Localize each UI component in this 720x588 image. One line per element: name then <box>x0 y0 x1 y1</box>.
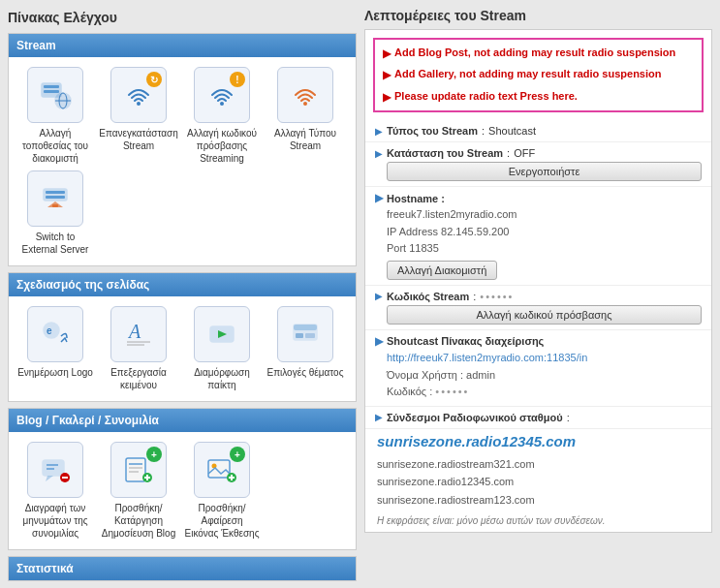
delete-messages-item[interactable]: Διαγραφή των μηνυμάτων της συνομιλίας <box>16 442 94 540</box>
stream-code-label: Κωδικός Stream <box>387 291 469 302</box>
stream-type-sep: : <box>482 125 485 137</box>
theme-options-item[interactable]: Επιλογές θέματος <box>266 306 344 391</box>
stats-section: Στατιστικά <box>8 556 357 581</box>
stream-status-sep: : <box>507 147 510 159</box>
username-label: Όνομα Χρήστη <box>387 369 457 381</box>
password-badge: ! <box>230 72 245 87</box>
svg-rect-31 <box>126 458 145 481</box>
stream-status-label: Κατάσταση του Stream <box>387 147 503 159</box>
hostname-details: freeuk7.listen2myradio.com IP Address 82… <box>375 206 702 258</box>
svg-point-8 <box>303 102 307 106</box>
shoutcast-url[interactable]: http://freeuk7.listen2myradio.com:11835/… <box>387 350 702 367</box>
blog-section-content: Διαγραφή των μηνυμάτων της συνομιλίας + <box>9 432 356 549</box>
theme-options-icon <box>288 317 323 352</box>
logo-update-icon: e <box>38 317 73 352</box>
change-host-button[interactable]: Αλλαγή Διακομιστή <box>387 261 497 280</box>
alert-item-1[interactable]: ▶ Add Blog Post, not adding may result r… <box>383 46 694 61</box>
edit-text-item[interactable]: A Επεξεργασία κειμένου <box>100 306 177 391</box>
stream-code-value: •••••• <box>480 291 514 302</box>
blog-badge: + <box>146 447 162 462</box>
design-section-content: e Ενημέρωση Logo A <box>9 296 356 401</box>
hostname-label: Hostname : <box>387 193 445 204</box>
change-type-item[interactable]: Αλλαγή Τύπου Stream <box>266 67 344 165</box>
right-panel-title: Λεπτομέρειες του Stream <box>364 8 712 23</box>
password-value: •••••• <box>435 386 469 397</box>
chat-delete-icon <box>38 452 73 487</box>
main-radio-url[interactable]: sunrisezone.radio12345.com <box>365 429 711 453</box>
stream-status-arrow: ▶ <box>375 148 383 159</box>
svg-marker-26 <box>46 476 53 481</box>
svg-text:e: e <box>47 325 52 336</box>
shoutcast-username-row: Όνομα Χρήστη : admin <box>387 367 702 385</box>
alert-arrow-2: ▶ <box>383 68 391 82</box>
username-value: admin <box>466 369 495 381</box>
stream-type-label-row: ▶ Τύπος του Stream : Shoutcast <box>375 125 702 137</box>
svg-rect-11 <box>46 196 65 199</box>
svg-point-6 <box>137 102 141 106</box>
player-config-icon-box <box>194 306 250 362</box>
alert-box: ▶ Add Blog Post, not adding may result r… <box>373 38 704 112</box>
activate-button[interactable]: Ενεργοποιήστε <box>387 162 702 181</box>
stats-section-header: Στατιστικά <box>9 557 356 580</box>
stream-code-arrow: ▶ <box>375 291 383 301</box>
port-value: 11835 <box>409 242 439 254</box>
reinstall-stream-icon-box: ↻ <box>110 67 167 123</box>
stream-code-label-row: ▶ Κωδικός Stream : •••••• <box>375 291 702 302</box>
hostname-block: ▶ Hostname : freeuk7.listen2myradio.com … <box>365 187 711 286</box>
reinstall-stream-item[interactable]: ↻ Επανεγκατάσταση Stream <box>100 67 177 165</box>
svg-rect-1 <box>44 85 59 88</box>
svg-rect-22 <box>294 325 317 330</box>
edit-text-icon-box: A <box>110 306 167 362</box>
player-config-item[interactable]: Διαμόρφωση παίκτη <box>183 306 261 391</box>
blog-manage-item[interactable]: + Προσθήκη/ Κατάργηση Δημοσίευση Blog <box>100 442 177 540</box>
alert-arrow-3: ▶ <box>383 90 391 105</box>
ip-row: IP Address 82.145.59.200 <box>387 224 702 241</box>
shoutcast-password-row: Κωδικός : •••••• <box>387 384 702 401</box>
change-code-button[interactable]: Αλλαγή κωδικού πρόσβασης <box>387 305 702 325</box>
change-password-item[interactable]: ! Αλλαγή κωδικού πρόσβασης Streaming <box>183 67 261 165</box>
gallery-manage-label: Προσθήκη/ Αφαίρεση Εικόνας Έκθεσης <box>183 502 261 540</box>
extra-url-2: sunrisezone.radio12345.com <box>377 473 700 491</box>
server-home-icon <box>38 181 73 216</box>
edit-text-label: Επεξεργασία κειμένου <box>100 366 177 391</box>
change-location-item[interactable]: Αλλαγή τοποθεσίας του διακομιστή <box>16 67 94 165</box>
delete-messages-label: Διαγραφή των μηνυμάτων της συνομιλίας <box>16 502 94 540</box>
alert-item-3[interactable]: ▶ Please update radio text Press here. <box>383 89 694 105</box>
stream-code-row: ▶ Κωδικός Stream : •••••• Αλλαγή κωδικού… <box>365 286 711 330</box>
alert-text-1: Add Blog Post, not adding may result rad… <box>394 46 675 60</box>
update-logo-label: Ενημέρωση Logo <box>17 366 93 379</box>
extra-url-1: sunrisezone.radiostream321.com <box>377 455 700 474</box>
alert-arrow-1: ▶ <box>383 46 391 61</box>
change-type-label: Αλλαγή Τύπου Stream <box>266 127 344 152</box>
shoutcast-arrow: ▶ <box>375 335 383 348</box>
gallery-manage-item[interactable]: + Προσθήκη/ Αφαίρεση Εικόνας Έκθεσης <box>183 442 261 540</box>
update-logo-item[interactable]: e Ενημέρωση Logo <box>16 306 94 391</box>
change-location-label: Αλλαγή τοποθεσίας του διακομιστή <box>16 127 94 165</box>
stream-section-content: Αλλαγή τοποθεσίας του διακομιστή ↻ <box>9 57 356 265</box>
connections-row: ▶ Σύνδεσμοι Ραδιοφωνικού σταθμού : <box>365 407 711 429</box>
alert-item-2[interactable]: ▶ Add Gallery, not adding may result rad… <box>383 67 694 82</box>
svg-rect-10 <box>46 191 65 194</box>
switch-server-label: Switch to External Server <box>16 231 94 256</box>
stream-type-label: Τύπος του Stream <box>387 125 478 137</box>
left-panel-title: Πίνακας Ελέγχου <box>8 8 357 27</box>
svg-rect-9 <box>44 189 67 201</box>
switch-server-icon-box <box>27 170 83 227</box>
switch-server-item[interactable]: Switch to External Server <box>16 170 94 256</box>
extra-url-3: sunrisezone.radiostream123.com <box>377 491 700 510</box>
player-config-label: Διαμόρφωση παίκτη <box>183 366 261 391</box>
wifi-type-icon <box>288 77 323 112</box>
svg-rect-2 <box>44 90 59 93</box>
password-label: Κωδικός <box>387 386 426 397</box>
design-section: Σχεδιασμός της σελίδας e Ενημέρωση Logo <box>8 272 357 402</box>
stream-status-label-row: ▶ Κατάσταση του Stream : OFF <box>375 147 702 159</box>
reinstall-badge: ↻ <box>146 72 162 87</box>
connections-label: Σύνδεσμοι Ραδιοφωνικού σταθμού <box>387 412 563 423</box>
gallery-badge: + <box>230 447 245 462</box>
stream-type-value: Shoutcast <box>488 125 536 137</box>
hostname-arrow: ▶ <box>375 192 383 204</box>
theme-options-label: Επιλογές θέματος <box>266 366 343 379</box>
shoutcast-row-label: ▶ Shoutcast Πίνακας διαχείρισης <box>375 335 702 348</box>
stream-status-row: ▶ Κατάσταση του Stream : OFF Ενεργοποιήσ… <box>365 142 711 187</box>
blog-section: Blog / Γκαλερί / Συνομιλία Διαγραφή <box>8 408 357 550</box>
